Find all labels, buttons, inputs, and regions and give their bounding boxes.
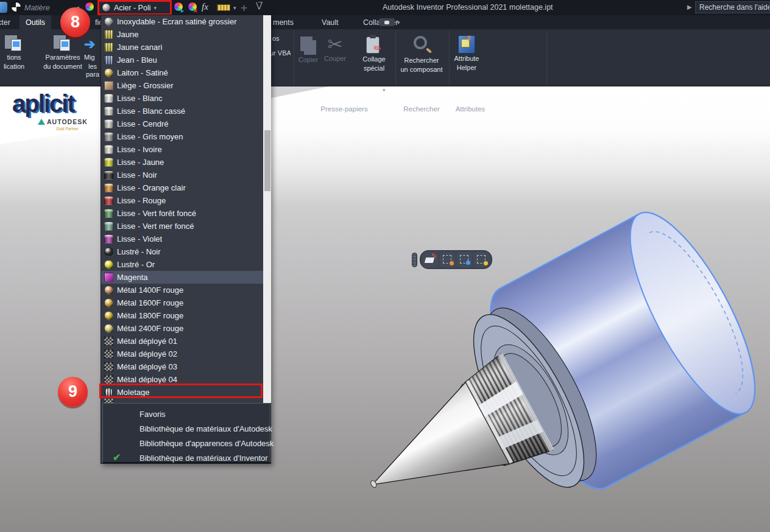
material-item[interactable]: Lisse - Blanc xyxy=(101,92,263,105)
material-item[interactable]: Métal 1800F rouge xyxy=(101,309,263,322)
material-icon xyxy=(104,43,113,52)
material-label: Lisse - Blanc xyxy=(117,94,162,103)
document-settings-icon xyxy=(54,35,72,52)
material-icon xyxy=(104,285,113,295)
material-icon xyxy=(104,132,113,141)
material-item[interactable]: Lisse - Blanc cassé xyxy=(101,105,263,117)
material-item[interactable]: Métal déployé 02 xyxy=(101,348,263,360)
tab-environnements-partial[interactable]: ments xyxy=(267,15,300,29)
material-label: Inoxydable - Ecran satiné grossier xyxy=(117,17,237,26)
tab-outils[interactable]: Outils xyxy=(19,15,51,29)
paste-special-icon: ✎ xyxy=(366,35,382,54)
material-item[interactable]: Métal déployé 03 xyxy=(101,360,263,373)
appearance-combo-caret[interactable]: ▾ xyxy=(154,5,157,11)
migrate-settings-button[interactable]: ➔ Mig les para xyxy=(79,32,101,84)
library-item[interactable]: Favoris xyxy=(103,407,270,421)
add-qat-icon[interactable]: + xyxy=(241,1,247,15)
document-settings-button[interactable]: Paramètres du document xyxy=(41,32,84,84)
material-item[interactable]: Jaune canari xyxy=(101,41,263,54)
library-footer: FavorisBibliothèque de matériaux d'Autod… xyxy=(102,403,270,463)
material-icon xyxy=(104,247,113,256)
application-options-button[interactable]: tions lication xyxy=(0,32,35,84)
group-attributes[interactable]: Attributes xyxy=(449,105,492,113)
camera-caret[interactable]: ▾ xyxy=(397,19,400,26)
material-item[interactable]: Moletage xyxy=(101,386,263,399)
paste-special-button[interactable]: ✎ Collage spécial xyxy=(355,33,394,85)
feature-edit-button[interactable] xyxy=(440,252,455,267)
material-item[interactable]: Lisse - Orange clair xyxy=(101,181,263,194)
material-item[interactable]: Lisse - Vert mer foncé xyxy=(101,220,263,233)
material-label: Lisse - Blanc cassé xyxy=(117,107,185,116)
help-panel-arrow-icon[interactable]: ▶ xyxy=(687,4,692,10)
material-item[interactable]: Métal 1600F rouge xyxy=(101,296,263,309)
material-item[interactable]: Lisse - Violet xyxy=(101,233,263,245)
customize-qat-icon[interactable]: ⋁̅ xyxy=(256,1,263,10)
app-icon[interactable] xyxy=(0,2,7,13)
material-item[interactable]: Métal déployé 01 xyxy=(101,335,263,348)
material-item[interactable]: Métal 2400F rouge xyxy=(101,322,263,335)
material-item[interactable] xyxy=(101,399,263,403)
clear-x-icon: ✕ xyxy=(193,8,198,14)
material-icon xyxy=(104,55,113,65)
material-item[interactable]: Lisse - Jaune xyxy=(101,156,263,169)
search-icon xyxy=(411,35,432,55)
material-label: Lisse - Rouge xyxy=(117,196,166,205)
material-label: Lisse - Orange clair xyxy=(117,183,186,192)
material-label: Métal 1800F rouge xyxy=(117,311,183,320)
group-clipboard[interactable]: Presse-papiers xyxy=(298,105,390,113)
tab-inspecter-partial[interactable]: cter xyxy=(0,15,16,29)
library-item[interactable]: Bibliothèque d'apparences d'Autodesk xyxy=(103,436,270,450)
tab-vault[interactable]: Vault xyxy=(316,15,345,29)
scrollbar-thumb[interactable] xyxy=(264,130,270,191)
material-item[interactable]: Lisse - Gris moyen xyxy=(101,130,263,143)
material-item[interactable]: Lisse - Ivoire xyxy=(101,143,263,156)
find-component-button[interactable]: Rechercher un composant xyxy=(396,33,447,85)
paste-caret[interactable]: ▾ xyxy=(383,87,386,93)
attribute-helper-button[interactable]: ✎ Attribute Helper xyxy=(447,33,487,85)
material-item[interactable]: Jean - Bleu xyxy=(101,54,263,66)
select-other-button[interactable] xyxy=(457,252,472,267)
material-icon xyxy=(104,324,113,333)
color-wheel-icon[interactable] xyxy=(85,2,94,12)
pencil-icon: ✎ xyxy=(431,252,437,260)
material-icon xyxy=(104,17,113,26)
material-item[interactable]: Lisse - Rouge xyxy=(101,194,263,207)
attribute-helper-icon: ✎ xyxy=(458,35,475,54)
measure-icon[interactable] xyxy=(217,4,230,11)
group-search[interactable]: Rechercher xyxy=(397,105,446,113)
material-item[interactable]: Laiton - Satiné xyxy=(101,66,263,79)
dropdown-scrollbar[interactable] xyxy=(263,15,271,403)
copy-button[interactable]: Copier xyxy=(295,33,322,85)
material-item[interactable]: Lustré - Noir xyxy=(101,245,263,258)
material-label: Jaune xyxy=(117,30,138,39)
material-item[interactable]: Métal 1400F rouge xyxy=(101,284,263,296)
material-item[interactable]: Magenta xyxy=(101,271,263,284)
material-item[interactable]: Lisse - Noir xyxy=(101,169,263,181)
material-icon xyxy=(104,362,113,371)
material-label: Métal 1600F rouge xyxy=(117,298,183,307)
material-icon xyxy=(104,337,113,346)
material-item[interactable]: Inoxydable - Ecran satiné grossier xyxy=(101,15,263,28)
material-item[interactable]: Liège - Grossier xyxy=(101,79,263,92)
material-item[interactable]: Lustré - Or xyxy=(101,258,263,271)
sketch-edit-button[interactable]: ✎ xyxy=(423,252,438,267)
measure-caret[interactable]: ▾ xyxy=(233,5,236,11)
document-name: molettage.ipt xyxy=(509,3,553,12)
appearance-button[interactable] xyxy=(474,252,489,267)
library-item[interactable]: Bibliothèque de matériaux d'Autodesk xyxy=(103,421,270,436)
appearance-dropdown: Inoxydable - Ecran satiné grossierJauneJ… xyxy=(101,15,271,464)
cut-button[interactable]: ✂ Couper xyxy=(322,33,348,85)
appearance-sphere-icon[interactable] xyxy=(11,2,21,12)
material-item[interactable]: Jaune xyxy=(101,28,263,41)
material-icon xyxy=(104,30,113,39)
parameters-fx-icon[interactable]: fx xyxy=(202,2,208,12)
appearance-combo[interactable]: Acier - Poli ▾ xyxy=(97,0,172,15)
material-item[interactable]: Métal déployé 04 xyxy=(101,373,263,386)
library-item[interactable]: ✔Bibliothèque de matériaux d'Inventor xyxy=(103,450,270,465)
screencast-camera-icon[interactable] xyxy=(379,18,395,26)
material-item[interactable]: Lisse - Cendré xyxy=(101,117,263,130)
material-icon xyxy=(104,209,113,218)
mini-toolbar-grip[interactable] xyxy=(412,253,417,267)
material-item[interactable]: Lisse - Vert forêt foncé xyxy=(101,207,263,220)
help-search-input[interactable]: Recherche dans l'aide e xyxy=(695,1,770,13)
